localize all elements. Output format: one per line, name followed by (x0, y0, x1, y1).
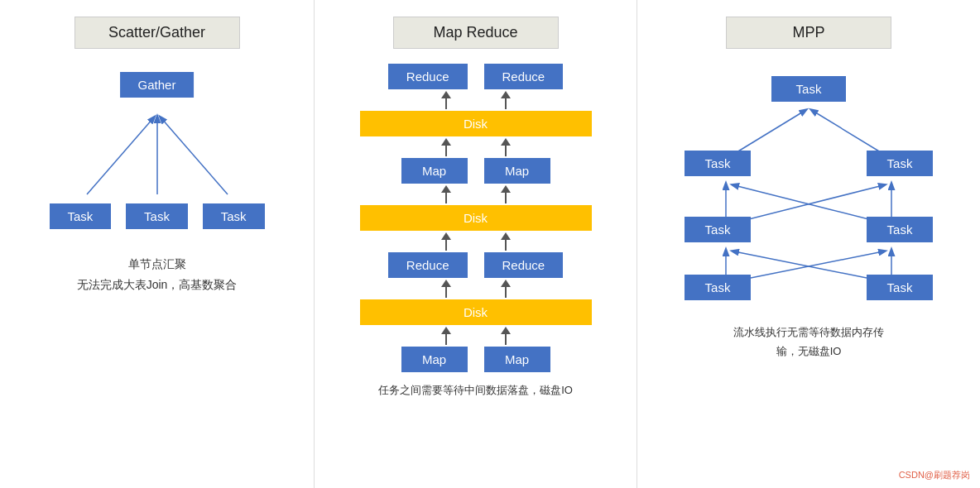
map-reduce-panel: Map Reduce Reduce Reduce Disk (315, 0, 637, 488)
reduce-bot-1: Reduce (388, 252, 468, 278)
map-top-2: Map (484, 158, 550, 184)
task-box-1: Task (50, 203, 112, 229)
up-arrow-9 (441, 280, 451, 298)
mr-arrows-5 (360, 280, 592, 298)
task-box-3: Task (203, 203, 265, 229)
up-arrow-6 (501, 185, 511, 203)
sg-description: 单节点汇聚 无法完成大表Join，高基数聚合 (77, 254, 238, 295)
mpp-description: 流水线执行无需等待数据内存传 输，无磁盘IO (733, 323, 884, 361)
up-arrow-8 (501, 232, 511, 251)
reduce-top-2: Reduce (484, 64, 564, 89)
up-arrow-11 (441, 327, 451, 345)
map-bot-2: Map (484, 347, 550, 372)
map-reduce-title: Map Reduce (393, 17, 559, 49)
up-arrow-10 (501, 280, 511, 298)
mr-row-disk-mid: Disk (343, 205, 608, 231)
mpp-diagram: Task Task Task Task Task Task Task (660, 68, 958, 316)
task-box-2: Task (126, 203, 188, 229)
mr-arrows-4 (360, 232, 592, 251)
mr-row-disk-bot: Disk (343, 299, 608, 325)
up-arrow-2 (501, 91, 511, 109)
reduce-top-1: Reduce (388, 64, 468, 89)
map-top-1: Map (401, 158, 468, 184)
svg-line-3 (161, 118, 228, 194)
mpp-task-top: Task (771, 76, 846, 102)
mr-row-reduce-top: Reduce Reduce (343, 64, 608, 89)
mr-description: 任务之间需要等待中间数据落盘，磁盘IO (378, 380, 573, 399)
up-arrow-5 (441, 185, 451, 203)
mr-arrows-3 (360, 185, 592, 203)
watermark: CSDN@刷题荐岗 (899, 469, 970, 481)
mpp-task-top-label: Task (771, 76, 846, 102)
disk-bot: Disk (360, 299, 592, 325)
map-bot-1: Map (401, 347, 468, 372)
mpp-desc-line2: 输，无磁盘IO (733, 342, 884, 361)
sg-desc-line2: 无法完成大表Join，高基数聚合 (77, 275, 238, 295)
up-arrow-12 (501, 327, 511, 345)
scatter-gather-diagram: Gather Task Task Task (41, 72, 273, 237)
mr-row-map-top: Map Map (343, 158, 608, 184)
mpp-task-bottom-right: Task (867, 275, 933, 300)
mpp-panel: MPP (637, 0, 980, 488)
mr-arrows-2 (360, 138, 592, 156)
up-arrow-1 (441, 91, 451, 109)
mr-row-disk-top: Disk (343, 111, 608, 136)
mpp-task-lower-left: Task (685, 217, 751, 242)
mr-diagram: Reduce Reduce Disk Map Map (343, 64, 608, 372)
mpp-desc-line1: 流水线执行无需等待数据内存传 (733, 323, 884, 342)
mpp-title: MPP (726, 17, 891, 49)
up-arrow-3 (441, 138, 451, 156)
scatter-gather-panel: Scatter/Gather G (0, 0, 315, 488)
disk-mid: Disk (360, 205, 592, 231)
mr-arrows-1 (360, 91, 592, 109)
reduce-bot-2: Reduce (484, 252, 564, 278)
gather-label: Gather (120, 72, 195, 98)
mpp-task-bottom-left: Task (685, 275, 751, 300)
up-arrow-4 (501, 138, 511, 156)
mr-row-map-bot: Map Map (343, 347, 608, 372)
disk-top: Disk (360, 111, 592, 136)
mr-arrows-6 (360, 327, 592, 345)
svg-line-1 (87, 118, 153, 194)
sg-desc-line1: 单节点汇聚 (77, 254, 238, 275)
mpp-task-mid-right: Task (867, 151, 933, 176)
mr-row-reduce-bot: Reduce Reduce (343, 252, 608, 278)
page-container: Scatter/Gather G (0, 0, 980, 488)
task-row: Task Task Task (41, 203, 273, 229)
gather-box: Gather (120, 72, 195, 98)
mpp-task-mid-left: Task (685, 151, 751, 176)
mpp-task-lower-right: Task (867, 217, 933, 242)
up-arrow-7 (441, 232, 451, 251)
scatter-gather-title: Scatter/Gather (74, 17, 240, 49)
